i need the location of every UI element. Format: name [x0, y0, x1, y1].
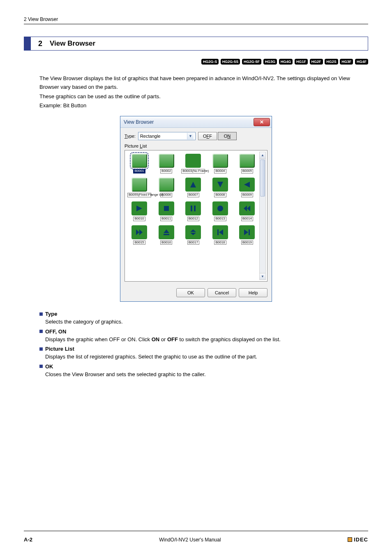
svg-rect-5 [191, 206, 192, 211]
picture-thumb-tri-down-icon [212, 178, 228, 192]
picture-item[interactable]: B0002 [154, 154, 178, 173]
scroll-up-icon[interactable]: ▲ [260, 152, 265, 159]
picture-thumb-skip-prev-icon [212, 225, 228, 239]
picture-list-label: Picture List [125, 143, 267, 148]
svg-marker-18 [244, 229, 248, 235]
desc-type: Type Selects the category of graphics. [39, 311, 368, 326]
svg-marker-12 [164, 229, 169, 233]
picture-item[interactable]: B0018 [208, 225, 232, 245]
picture-label: B0009 [241, 193, 253, 197]
bullet-icon [39, 330, 43, 333]
section-title-text: View Browser [50, 37, 95, 50]
picture-label: B0018 [214, 240, 226, 245]
scrollbar[interactable]: ▲ ▼ [259, 152, 266, 280]
picture-item[interactable]: B0006 [154, 178, 178, 197]
section-number: 2 [31, 37, 50, 50]
header-rule [24, 24, 368, 24]
desc-body: Displays the list of registered graphics… [45, 353, 368, 361]
picture-item[interactable]: B0013 [208, 201, 232, 221]
picture-item[interactable]: B0003(No Frame) [181, 154, 205, 173]
picture-label: B0015 [133, 240, 145, 245]
picture-label: B0017 [187, 240, 199, 245]
page-number: A-2 [24, 536, 32, 543]
model-badge: HG2S [325, 59, 338, 65]
picture-item[interactable]: B0012 [181, 201, 205, 221]
type-label: Type: [125, 134, 136, 139]
picture-item[interactable]: B0005 [235, 154, 259, 173]
picture-item[interactable]: B0004 [208, 154, 232, 173]
svg-marker-11 [139, 229, 143, 235]
svg-marker-2 [244, 182, 250, 187]
picture-item[interactable]: B0055(Fixed Flange W) [127, 178, 151, 197]
logo-square-icon [348, 537, 352, 542]
chevron-down-icon: ▼ [187, 133, 194, 139]
svg-rect-19 [249, 229, 250, 235]
picture-item[interactable]: B0019 [235, 225, 259, 245]
picture-thumb-blank-icon [159, 154, 174, 168]
brand-logo: IDEC [348, 536, 368, 543]
picture-item[interactable]: B0009 [235, 178, 259, 197]
picture-item[interactable]: B0008 [208, 178, 232, 197]
picture-label: B0019 [241, 240, 253, 245]
svg-marker-8 [244, 206, 247, 211]
picture-thumb-blank-icon [131, 154, 147, 168]
picture-item[interactable]: B0001 [127, 154, 151, 173]
picture-thumb-dbl-bar-icon [185, 225, 201, 239]
model-badge: HG3F [340, 59, 353, 65]
model-badge: HG2G-S [201, 59, 219, 65]
picture-thumb-circle-icon [212, 201, 228, 215]
help-button[interactable]: Help [239, 288, 267, 297]
type-select[interactable]: Rectangle ▼ [138, 132, 196, 140]
close-icon: ✕ [260, 119, 264, 125]
picture-thumb-blank-icon [159, 178, 174, 192]
picture-item[interactable]: B0016 [154, 225, 178, 245]
footer-rule [24, 531, 368, 531]
picture-item[interactable]: B0011 [154, 201, 178, 221]
picture-label: B0004 [214, 169, 226, 173]
bullet-icon [39, 347, 43, 351]
picture-item[interactable]: B0017 [181, 225, 205, 245]
picture-item[interactable]: B0014 [235, 201, 259, 221]
picture-thumb-eject-icon [159, 225, 174, 239]
svg-rect-16 [217, 229, 219, 235]
picture-label: B0002 [160, 169, 172, 173]
picture-item[interactable]: B0010 [127, 201, 151, 221]
svg-rect-4 [164, 206, 169, 211]
picture-label: B0008 [214, 193, 226, 197]
picture-thumb-tri-up-icon [185, 178, 201, 192]
desc-body: Displays the graphic when OFF or ON. Cli… [45, 335, 368, 344]
picture-label: B0013 [214, 217, 226, 221]
model-badge: HG4F [355, 59, 368, 65]
picture-thumb-pause-icon [185, 201, 201, 215]
svg-marker-9 [247, 206, 250, 211]
dialog-titlebar[interactable]: View Browser ✕ [120, 116, 272, 128]
page-footer: A-2 WindO/I-NV2 User's Manual IDEC [24, 536, 368, 543]
dialog-title: View Browser [124, 119, 154, 125]
off-tab-button[interactable]: OFF [198, 132, 217, 140]
on-tab-button[interactable]: ON [218, 132, 237, 140]
ok-button[interactable]: OK [176, 288, 205, 297]
desc-title: Picture List [45, 346, 74, 352]
section-title: 2 View Browser [24, 37, 368, 51]
bullet-icon [39, 365, 43, 368]
scroll-thumb[interactable] [260, 160, 265, 197]
desc-picture-list: Picture List Displays the list of regist… [39, 346, 368, 361]
bullet-icon [39, 312, 43, 316]
svg-marker-14 [190, 229, 196, 232]
picture-thumb-tri-right-icon [131, 201, 147, 215]
cancel-button[interactable]: Cancel [208, 288, 236, 297]
desc-title: OFF, ON [45, 328, 66, 335]
model-badge: HG2G-5S [221, 59, 240, 65]
svg-marker-15 [190, 233, 196, 235]
picture-label: B0005 [241, 169, 253, 173]
picture-item[interactable]: B0015 [127, 225, 151, 245]
svg-rect-13 [164, 234, 169, 235]
desc-off-on: OFF, ON Displays the graphic when OFF or… [39, 328, 368, 344]
brand-text: IDEC [354, 536, 368, 543]
desc-ok: OK Closes the View Browser and sets the … [39, 363, 368, 379]
manual-title: WindO/I-NV2 User's Manual [159, 537, 221, 543]
picture-item[interactable]: B0007 [181, 178, 205, 197]
scroll-down-icon[interactable]: ▼ [260, 273, 265, 280]
svg-marker-10 [136, 229, 139, 235]
close-button[interactable]: ✕ [254, 118, 270, 126]
